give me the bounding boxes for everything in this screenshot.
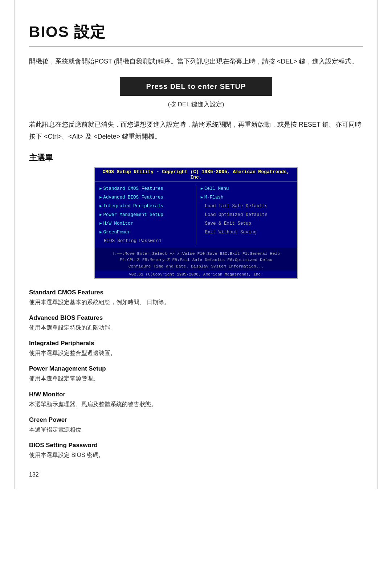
menu-item-title-4: H/W Monitor (29, 391, 363, 398)
press-del-sub: (按 DEL 鍵進入設定) (29, 100, 363, 109)
menu-item-desc-3: 使用本選單設定電源管理。 (29, 373, 363, 383)
cmos-right-item-4[interactable]: Save & Exit Setup (199, 220, 294, 227)
cmos-arrow-icon: ► (99, 204, 102, 208)
cmos-arrow-icon: ► (99, 195, 102, 200)
cmos-footer-line3: Configure Time and Date. Display System … (98, 263, 294, 269)
menu-section-6: BIOS Setting Password使用本選單設定 BIOS 密碼。 (29, 442, 363, 460)
cmos-col-divider (196, 185, 196, 244)
menu-item-desc-4: 本選單顯示處理器、風扇及整體系統的警告狀態。 (29, 399, 363, 409)
cmos-arrow-icon: ► (99, 213, 102, 217)
page-title: BIOS 設定 (29, 22, 363, 42)
cmos-right-item-0[interactable]: ► Cell Menu (199, 185, 294, 192)
cmos-menu-area: ► Standard CMOS Features► Advanced BIOS … (95, 182, 297, 246)
menu-item-desc-6: 使用本選單設定 BIOS 密碼。 (29, 450, 363, 460)
cmos-arrow-icon: ► (201, 195, 203, 200)
menu-section-2: Integrated Peripherals使用本選單設定整合型週邊裝置。 (29, 340, 363, 358)
menu-item-desc-1: 使用本選單設定特殊的進階功能。 (29, 323, 363, 332)
press-del-box: Press DEL to enter SETUP (120, 77, 272, 96)
cmos-footer-bottom: v02.61 (C)Copyright 1985-2006, American … (95, 271, 297, 278)
cmos-col-right: ► Cell Menu► M-FlashLoad Fail-Safe Defau… (199, 185, 294, 244)
cmos-arrow-icon: ► (99, 230, 102, 234)
cmos-right-item-5[interactable]: Exit Without Saving (199, 229, 294, 236)
menu-item-desc-2: 使用本選單設定整合型週邊裝置。 (29, 348, 363, 358)
cmos-left-item-2[interactable]: ► Integrated Peripherals (98, 203, 193, 209)
menu-item-title-2: Integrated Peripherals (29, 340, 363, 347)
menu-section-5: Green Power本選單指定電源相位。 (29, 416, 363, 434)
cmos-title-bar: CMOS Setup Utility - Copyright (C) 1985-… (95, 168, 297, 182)
menu-section-4: H/W Monitor本選單顯示處理器、風扇及整體系統的警告狀態。 (29, 391, 363, 409)
menu-item-title-5: Green Power (29, 416, 363, 424)
menu-item-desc-5: 本選單指定電源相位。 (29, 425, 363, 434)
cmos-left-item-5[interactable]: ► GreenPower (98, 229, 193, 236)
menu-section-1: Advanced BIOS Features使用本選單設定特殊的進階功能。 (29, 314, 363, 332)
cmos-footer: ↑↓→←:Move Enter:Select +/-/:Value F10:Sa… (95, 248, 297, 271)
cmos-right-item-3[interactable]: Load Optimized Defaults (199, 212, 294, 218)
cmos-arrow-icon: ► (201, 187, 203, 191)
menu-item-title-1: Advanced BIOS Features (29, 314, 363, 322)
cmos-arrow-icon: ► (99, 221, 102, 226)
cmos-footer-line1: ↑↓→←:Move Enter:Select +/-/:Value F10:Sa… (98, 250, 294, 257)
cmos-footer-line2: F4:CPU-Z F5:Memory-Z F8:Fail-Safe Defaul… (98, 257, 294, 263)
cmos-arrow-icon: ► (99, 187, 102, 191)
intro-paragraph2: 若此訊息在您反應前就已消失，而您還想要進入設定時，請將系統關閉，再重新啟動，或是… (29, 119, 363, 142)
menu-item-title-0: Standard CMOS Features (29, 289, 363, 296)
cmos-left-item-0[interactable]: ► Standard CMOS Features (98, 185, 193, 192)
cmos-left-item-1[interactable]: ► Advanced BIOS Features (98, 194, 193, 201)
cmos-left-item-4[interactable]: ► H/W Monitor (98, 220, 193, 227)
menu-item-desc-0: 使用本選單設定基本的系統組態，例如時間、 日期等。 (29, 297, 363, 307)
menu-section-3: Power Management Setup使用本選單設定電源管理。 (29, 365, 363, 383)
cmos-left-item-6[interactable]: BIOS Setting Password (98, 238, 193, 244)
menu-descriptions: Standard CMOS Features使用本選單設定基本的系統組態，例如時… (29, 289, 363, 460)
page-number: 132 (29, 471, 39, 478)
cmos-left-item-3[interactable]: ► Power Management Setup (98, 212, 193, 218)
title-divider (29, 46, 363, 47)
menu-item-title-6: BIOS Setting Password (29, 442, 363, 449)
menu-section-0: Standard CMOS Features使用本選單設定基本的系統組態，例如時… (29, 289, 363, 307)
cmos-col-left: ► Standard CMOS Features► Advanced BIOS … (98, 185, 193, 244)
cmos-right-item-2[interactable]: Load Fail-Safe Defaults (199, 203, 294, 209)
intro-paragraph1: 開機後，系統就會開始POST (開機自我測試)程序。當下列訊息出現在螢幕上時，請… (29, 56, 363, 67)
cmos-screen: CMOS Setup Utility - Copyright (C) 1985-… (94, 167, 298, 279)
main-menu-title: 主選單 (29, 152, 363, 163)
cmos-right-item-1[interactable]: ► M-Flash (199, 194, 294, 201)
menu-item-title-3: Power Management Setup (29, 365, 363, 372)
